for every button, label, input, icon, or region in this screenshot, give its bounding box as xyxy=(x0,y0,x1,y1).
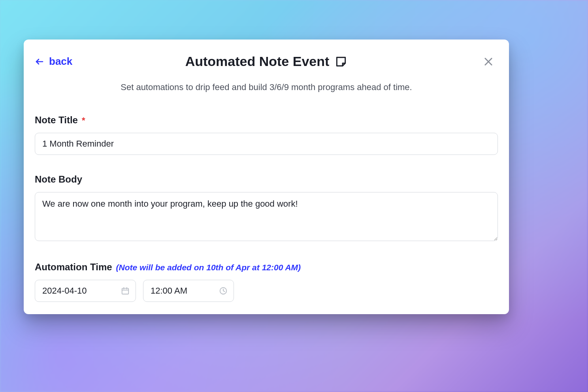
automation-time-field: Automation Time (Note will be added on 1… xyxy=(35,262,498,302)
modal-title: Automated Note Event xyxy=(185,54,330,69)
date-picker[interactable] xyxy=(35,280,136,302)
automation-time-hint: (Note will be added on 10th of Apr at 12… xyxy=(116,263,301,272)
sticky-note-icon xyxy=(335,55,347,68)
back-button[interactable]: back xyxy=(35,55,72,68)
time-input[interactable] xyxy=(143,280,234,302)
note-body-input[interactable] xyxy=(35,192,498,241)
modal-subtitle: Set automations to drip feed and build 3… xyxy=(35,82,498,92)
note-body-label: Note Body xyxy=(35,174,82,185)
date-input[interactable] xyxy=(35,280,136,302)
modal-header: back Automated Note Event xyxy=(35,51,498,75)
time-picker[interactable] xyxy=(143,280,234,302)
note-title-label: Note Title xyxy=(35,115,78,126)
note-title-input[interactable] xyxy=(35,133,498,155)
back-label: back xyxy=(49,55,72,68)
note-title-field: Note Title * xyxy=(35,115,498,155)
automation-time-label: Automation Time xyxy=(35,262,112,273)
automated-note-modal: back Automated Note Event Set automation… xyxy=(24,40,509,314)
required-marker: * xyxy=(82,115,85,126)
close-icon xyxy=(483,56,494,69)
close-button[interactable] xyxy=(481,55,496,70)
arrow-left-icon xyxy=(35,57,44,66)
note-body-field: Note Body xyxy=(35,174,498,243)
